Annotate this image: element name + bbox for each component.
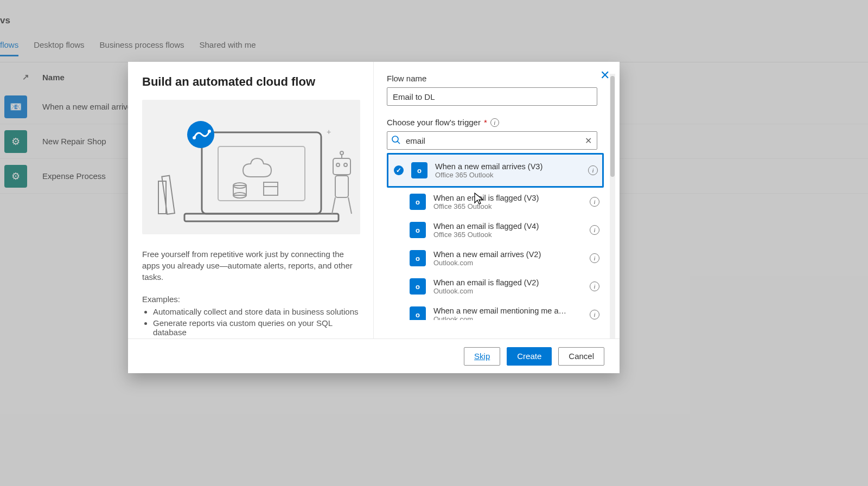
trigger-title: When a new email mentioning me a…	[433, 306, 585, 315]
trigger-source: Outlook.com	[433, 259, 585, 267]
info-icon[interactable]: i	[590, 197, 599, 207]
info-icon[interactable]: i	[588, 165, 598, 175]
svg-line-18	[332, 197, 335, 214]
trigger-source: Office 365 Outlook	[433, 231, 585, 239]
trigger-item[interactable]: oWhen a new email arrives (V2)Outlook.co…	[387, 244, 604, 272]
skip-button[interactable]: Skip	[464, 347, 500, 366]
required-asterisk: *	[484, 118, 487, 127]
svg-point-12	[193, 136, 196, 139]
svg-rect-8	[264, 182, 278, 195]
trigger-source: Office 365 Outlook	[435, 171, 584, 179]
dialog-footer: Skip Create Cancel	[128, 338, 620, 373]
flow-name-label: Flow name	[387, 74, 608, 83]
create-button[interactable]: Create	[507, 347, 552, 366]
outlook-icon: o	[411, 162, 427, 178]
trigger-source: Office 365 Outlook	[433, 202, 585, 210]
illustration: +	[142, 100, 360, 234]
trigger-label: Choose your flow's trigger * i	[387, 118, 608, 127]
dialog-right-panel: ✕ Flow name Choose your flow's trigger *…	[373, 62, 620, 338]
svg-line-19	[348, 197, 352, 214]
cancel-button[interactable]: Cancel	[558, 347, 604, 366]
trigger-item[interactable]: oWhen an email is flagged (V2)Outlook.co…	[387, 272, 604, 300]
outlook-icon: o	[410, 194, 426, 210]
scrollbar[interactable]	[610, 74, 615, 338]
info-icon[interactable]: i	[590, 253, 599, 263]
flow-name-input[interactable]	[387, 87, 597, 106]
outlook-icon: o	[410, 250, 426, 266]
dialog-description: Free yourself from repetitive work just …	[142, 248, 360, 283]
info-icon[interactable]: i	[590, 282, 599, 291]
examples-label: Examples:	[142, 295, 360, 304]
build-flow-dialog: Build an automated cloud flow	[128, 62, 620, 373]
example-bullet: Generate reports via custom queries on y…	[153, 318, 360, 337]
trigger-item[interactable]: oWhen an email is flagged (V4)Office 365…	[387, 216, 604, 244]
trigger-source: Outlook.com	[433, 315, 585, 321]
trigger-title: When a new email arrives (V2)	[433, 250, 585, 259]
trigger-results-list[interactable]: oWhen a new email arrives (V3)Office 365…	[387, 153, 604, 320]
trigger-title: When an email is flagged (V3)	[433, 194, 585, 202]
svg-text:+: +	[327, 127, 331, 136]
outlook-icon: o	[410, 306, 426, 320]
trigger-title: When an email is flagged (V4)	[433, 222, 585, 231]
clear-search-icon[interactable]: ✕	[583, 136, 593, 145]
trigger-title: When a new email arrives (V3)	[435, 162, 584, 171]
trigger-search-input[interactable]	[387, 131, 597, 150]
info-icon[interactable]: i	[590, 310, 599, 319]
svg-point-15	[336, 163, 340, 167]
scrollbar-thumb[interactable]	[610, 76, 615, 177]
info-icon[interactable]: i	[490, 118, 499, 127]
info-icon[interactable]: i	[590, 225, 599, 235]
svg-line-23	[398, 142, 400, 144]
example-bullet: Automatically collect and store data in …	[153, 307, 360, 316]
svg-point-20	[340, 151, 343, 155]
svg-point-13	[208, 130, 211, 133]
outlook-icon: o	[410, 278, 426, 295]
trigger-title: When an email is flagged (V2)	[433, 278, 585, 287]
svg-rect-3	[184, 214, 339, 221]
svg-rect-14	[333, 158, 350, 175]
trigger-item[interactable]: oWhen a new email mentioning me a…Outloo…	[387, 300, 604, 320]
trigger-item[interactable]: oWhen a new email arrives (V3)Office 365…	[387, 153, 604, 188]
svg-rect-2	[202, 132, 321, 214]
dialog-left-panel: Build an automated cloud flow	[128, 62, 373, 338]
outlook-icon: o	[410, 222, 426, 238]
trigger-radio[interactable]	[394, 165, 404, 175]
svg-rect-17	[335, 176, 348, 197]
search-icon	[391, 135, 401, 147]
dialog-title: Build an automated cloud flow	[142, 75, 360, 89]
svg-rect-4	[218, 146, 305, 201]
examples-list: Automatically collect and store data in …	[142, 307, 360, 337]
svg-point-22	[392, 136, 398, 142]
svg-point-16	[344, 163, 347, 167]
trigger-item[interactable]: oWhen an email is flagged (V3)Office 365…	[387, 188, 604, 216]
trigger-source: Outlook.com	[433, 287, 585, 295]
